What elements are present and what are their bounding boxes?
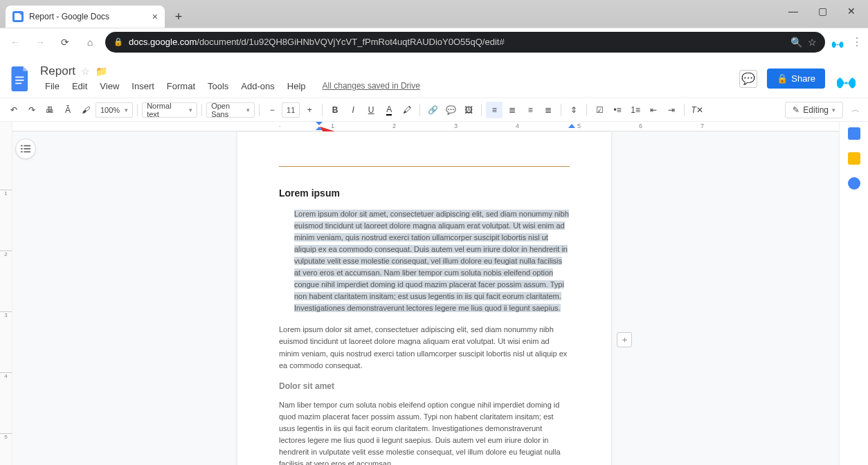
paragraph[interactable]: Lorem ipsum dolor sit amet, consectetuer… — [279, 324, 570, 371]
font-select[interactable]: Open Sans — [206, 102, 255, 118]
tab-title: Report - Google Docs — [29, 12, 109, 21]
new-tab-button[interactable]: + — [169, 7, 188, 26]
doc-title[interactable]: Report — [40, 64, 75, 78]
menu-edit[interactable]: Edit — [67, 80, 92, 93]
menu-help[interactable]: Help — [282, 80, 311, 93]
right-margin-marker[interactable] — [568, 124, 575, 128]
document-area: · 1 2 3 4 5 6 7 0.81 — [12, 122, 839, 465]
url-text: docs.google.com/document/d/1u92QH8GiHNbV… — [129, 37, 785, 47]
collapse-toolbar-button[interactable]: ︿ — [849, 104, 862, 116]
align-center-button[interactable]: ≣ — [504, 102, 521, 118]
outline-toggle-button[interactable] — [15, 138, 36, 159]
address-bar[interactable]: 🔒 docs.google.com/document/d/1u92QH8GiHN… — [105, 32, 825, 53]
bookmark-icon[interactable]: ☆ — [808, 37, 817, 48]
font-size-input[interactable]: 11 — [282, 102, 300, 118]
paragraph[interactable]: Lorem ipsum dolor sit amet, consectetuer… — [279, 208, 570, 314]
comments-button[interactable]: 💬 — [739, 70, 757, 88]
svg-rect-8 — [24, 152, 30, 153]
keep-tab[interactable] — [848, 152, 860, 165]
svg-rect-6 — [24, 148, 30, 149]
move-folder-icon[interactable]: 📁 — [96, 66, 107, 77]
window-maximize[interactable]: ▢ — [808, 1, 836, 21]
share-button[interactable]: 🔒 Share — [767, 69, 825, 89]
browser-chrome: — ▢ ✕ Report - Google Docs × + ← → ⟳ ⌂ 🔒… — [0, 0, 868, 55]
indent-inc-button[interactable]: ⇥ — [663, 102, 680, 118]
docs-header: Report ☆ 📁 File Edit View Insert Format … — [0, 55, 868, 98]
bold-button[interactable]: B — [327, 102, 343, 118]
align-right-button[interactable]: ≡ — [522, 102, 539, 118]
extension-icon[interactable] — [831, 35, 846, 50]
chevron-down-icon: ▾ — [832, 107, 835, 113]
underline-button[interactable]: U — [363, 102, 379, 118]
menu-insert[interactable]: Insert — [127, 80, 159, 93]
indent-dec-button[interactable]: ⇤ — [645, 102, 662, 118]
side-panel — [839, 122, 868, 465]
save-status[interactable]: All changes saved in Drive — [318, 80, 425, 93]
nav-home[interactable]: ⌂ — [80, 33, 100, 52]
highlight-button[interactable]: 🖍 — [399, 102, 415, 118]
window-minimize[interactable]: — — [779, 1, 807, 21]
italic-button[interactable]: I — [345, 102, 361, 118]
browser-tab[interactable]: Report - Google Docs × — [6, 6, 165, 28]
font-size-inc[interactable]: + — [301, 102, 318, 118]
svg-rect-3 — [21, 145, 23, 147]
vertical-ruler[interactable]: 1 2 3 4 5 — [0, 122, 12, 465]
zoom-select[interactable]: 100% — [96, 102, 133, 118]
paragraph[interactable]: Nam liber tempor cum soluta nobis eleife… — [279, 399, 570, 465]
svg-rect-7 — [21, 152, 23, 153]
spellcheck-button[interactable]: Ā — [60, 102, 76, 118]
undo-button[interactable]: ↶ — [6, 102, 22, 118]
star-icon[interactable]: ☆ — [81, 66, 90, 77]
menu-format[interactable]: Format — [162, 80, 200, 93]
document-page[interactable]: Lorem ipsum Lorem ipsum dolor sit amet, … — [237, 131, 611, 465]
checklist-button[interactable]: ☑ — [591, 102, 608, 118]
tasks-tab[interactable] — [848, 177, 860, 190]
toolbar: ↶ ↷ 🖶 Ā 🖌 100% Normal text Open Sans − 1… — [0, 98, 868, 122]
redo-button[interactable]: ↷ — [24, 102, 40, 118]
clear-format-button[interactable]: T✕ — [689, 102, 705, 118]
number-list-button[interactable]: 1≡ — [627, 102, 644, 118]
lock-icon: 🔒 — [114, 37, 123, 46]
add-comment-button[interactable]: ＋ — [617, 332, 632, 347]
paint-format-button[interactable]: 🖌 — [78, 102, 94, 118]
menu-addons[interactable]: Add-ons — [236, 80, 279, 93]
bullet-list-button[interactable]: •≡ — [609, 102, 626, 118]
svg-rect-4 — [24, 145, 30, 147]
lock-icon: 🔒 — [777, 73, 788, 84]
editing-mode-select[interactable]: ✎ Editing ▾ — [785, 102, 843, 118]
menu-view[interactable]: View — [95, 80, 124, 93]
selected-text: Lorem ipsum dolor sit amet, consectetuer… — [294, 210, 569, 312]
zoom-icon[interactable]: 🔍 — [790, 37, 802, 48]
browser-menu-icon[interactable]: ⋮ — [851, 35, 862, 48]
line-spacing-button[interactable]: ⇕ — [566, 102, 582, 118]
heading-2[interactable]: Dolor sit amet — [279, 381, 570, 391]
menu-tools[interactable]: Tools — [203, 80, 233, 93]
menu-file[interactable]: File — [40, 80, 64, 93]
pencil-icon: ✎ — [793, 105, 799, 115]
docs-favicon — [12, 11, 24, 22]
comment-button[interactable]: 💬 — [442, 102, 459, 118]
nav-back[interactable]: ← — [6, 33, 25, 52]
nav-forward[interactable]: → — [30, 33, 50, 52]
account-avatar[interactable] — [835, 66, 860, 91]
nav-reload[interactable]: ⟳ — [55, 33, 75, 52]
print-button[interactable]: 🖶 — [42, 102, 58, 118]
align-left-button[interactable]: ≡ — [486, 102, 503, 118]
text-color-button[interactable]: A — [381, 102, 397, 118]
window-close[interactable]: ✕ — [838, 1, 865, 21]
font-size-dec[interactable]: − — [264, 102, 280, 118]
heading-1[interactable]: Lorem ipsum — [279, 188, 570, 199]
svg-rect-5 — [21, 148, 23, 149]
horizontal-ruler[interactable]: · 1 2 3 4 5 6 7 0.81 — [12, 122, 839, 131]
link-button[interactable]: 🔗 — [424, 102, 441, 118]
indent-marker[interactable]: 0.81 — [316, 122, 323, 130]
align-justify-button[interactable]: ≣ — [540, 102, 557, 118]
outline-icon — [21, 144, 30, 154]
image-button[interactable]: 🖼 — [460, 102, 477, 118]
calendar-tab[interactable] — [848, 127, 860, 140]
tab-close-icon[interactable]: × — [152, 11, 158, 22]
svg-rect-0 — [15, 76, 24, 78]
horizontal-rule — [279, 166, 570, 167]
style-select[interactable]: Normal text — [142, 102, 197, 118]
docs-logo[interactable] — [8, 66, 33, 91]
